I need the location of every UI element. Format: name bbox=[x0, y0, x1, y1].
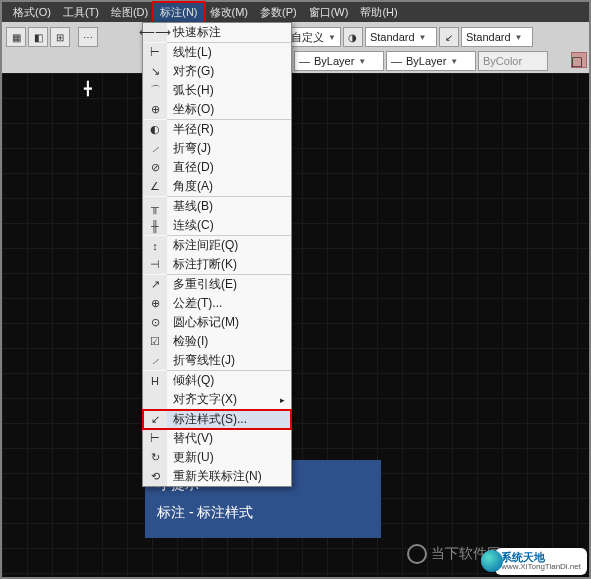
menu-item-icon: ╫ bbox=[143, 216, 167, 235]
menu-item-label: 标注打断(K) bbox=[167, 256, 291, 273]
menu-item-icon: ☑ bbox=[143, 332, 167, 351]
menu-item-label: 线性(L) bbox=[167, 44, 291, 61]
menu-item-label: 对齐文字(X) bbox=[167, 391, 280, 408]
menu-tools[interactable]: 工具(T) bbox=[57, 3, 105, 22]
toolbar-row-2: — ByLayer▼ — ByLayer▼ ByColor bbox=[6, 50, 585, 72]
menu-item-icon: ↙ bbox=[143, 410, 167, 429]
tb-btn-4[interactable]: ⋯ bbox=[78, 27, 98, 47]
menu-item-icon bbox=[143, 390, 167, 409]
tooltip-text: 标注 - 标注样式 bbox=[157, 498, 369, 526]
menu-item-13[interactable]: ╫连续(C) bbox=[143, 216, 291, 235]
menu-item-label: 基线(B) bbox=[167, 198, 291, 215]
menu-item-label: 快速标注 bbox=[167, 24, 291, 41]
menu-item-16[interactable]: ⊣标注打断(K) bbox=[143, 255, 291, 274]
tb-btn-2[interactable]: ◧ bbox=[28, 27, 48, 47]
watermark-xitongtiandi: 系统天地 www.XiTongTianDi.net bbox=[495, 548, 587, 575]
menu-item-icon: ╥ bbox=[143, 197, 167, 216]
menu-item-label: 折弯线性(J) bbox=[167, 352, 291, 369]
tb-btn-8[interactable]: ↙ bbox=[439, 27, 459, 47]
menu-item-icon: ↗ bbox=[143, 275, 167, 294]
bylayer-dropdown-2[interactable]: — ByLayer▼ bbox=[386, 51, 476, 71]
menu-item-label: 角度(A) bbox=[167, 178, 291, 195]
menu-item-label: 连续(C) bbox=[167, 217, 291, 234]
menu-item-label: 圆心标记(M) bbox=[167, 314, 291, 331]
tb-btn-3[interactable]: ⊞ bbox=[50, 27, 70, 47]
menu-item-7[interactable]: ◐半径(R) bbox=[143, 120, 291, 139]
menu-dimension[interactable]: 标注(N) bbox=[154, 3, 203, 22]
menu-item-22[interactable]: ⟋折弯线性(J) bbox=[143, 351, 291, 370]
menu-item-icon: ⟋ bbox=[143, 351, 167, 370]
tb-btn-7[interactable]: ◑ bbox=[343, 27, 363, 47]
menu-item-2[interactable]: ⊢线性(L) bbox=[143, 43, 291, 62]
menu-item-label: 弧长(H) bbox=[167, 82, 291, 99]
menu-item-3[interactable]: ↘对齐(G) bbox=[143, 62, 291, 81]
menu-item-4[interactable]: ⌒弧长(H) bbox=[143, 81, 291, 100]
menu-item-19[interactable]: ⊕公差(T)... bbox=[143, 294, 291, 313]
menu-item-icon: H bbox=[143, 371, 167, 390]
menu-item-icon: ⊢ bbox=[143, 43, 167, 62]
menu-item-label: 多重引线(E) bbox=[167, 276, 291, 293]
menu-item-29[interactable]: ↻更新(U) bbox=[143, 448, 291, 467]
menu-item-30[interactable]: ⟲重新关联标注(N) bbox=[143, 467, 291, 486]
menu-format[interactable]: 格式(O) bbox=[7, 3, 57, 22]
standard-dropdown-1[interactable]: Standard▼ bbox=[365, 27, 437, 47]
menu-item-label: 坐标(O) bbox=[167, 101, 291, 118]
menu-item-icon: ⊘ bbox=[143, 158, 167, 177]
menu-item-label: 倾斜(Q) bbox=[167, 372, 291, 389]
menu-item-label: 重新关联标注(N) bbox=[167, 468, 291, 485]
standard-dropdown-2[interactable]: Standard▼ bbox=[461, 27, 533, 47]
globe-icon bbox=[481, 550, 503, 572]
menu-item-icon: ⟋ bbox=[143, 139, 167, 158]
menu-item-icon: ⊢ bbox=[143, 429, 167, 448]
menu-item-label: 更新(U) bbox=[167, 449, 291, 466]
menu-item-24[interactable]: H倾斜(Q) bbox=[143, 371, 291, 390]
menu-item-icon: ↘ bbox=[143, 62, 167, 81]
bylayer-dropdown-1[interactable]: — ByLayer▼ bbox=[294, 51, 384, 71]
menu-item-9[interactable]: ⊘直径(D) bbox=[143, 158, 291, 177]
crosshair-cursor: ╋ bbox=[84, 81, 92, 96]
menu-item-25[interactable]: 对齐文字(X)▸ bbox=[143, 390, 291, 409]
tb-btn-1[interactable]: ▦ bbox=[6, 27, 26, 47]
menu-item-label: 替代(V) bbox=[167, 430, 291, 447]
custom-dropdown[interactable]: 自定义▼ bbox=[286, 27, 341, 47]
menu-parametric[interactable]: 参数(P) bbox=[254, 3, 303, 22]
menu-item-icon: ⊕ bbox=[143, 294, 167, 313]
menu-item-label: 对齐(G) bbox=[167, 63, 291, 80]
menu-item-21[interactable]: ☑检验(I) bbox=[143, 332, 291, 351]
toolbar-row-1: ▦ ◧ ⊞ ⋯ ▤ ▥ 自定义▼ ◑ Standard▼ ↙ Standard▼ bbox=[6, 26, 585, 48]
menu-item-label: 公差(T)... bbox=[167, 295, 291, 312]
menu-item-label: 半径(R) bbox=[167, 121, 291, 138]
menu-item-label: 直径(D) bbox=[167, 159, 291, 176]
menu-item-15[interactable]: ↕标注间距(Q) bbox=[143, 236, 291, 255]
menu-item-12[interactable]: ╥基线(B) bbox=[143, 197, 291, 216]
menu-item-5[interactable]: ⊕坐标(O) bbox=[143, 100, 291, 119]
menu-item-icon: ↕ bbox=[143, 236, 167, 255]
menu-item-27[interactable]: ↙标注样式(S)... bbox=[143, 410, 291, 429]
menu-help[interactable]: 帮助(H) bbox=[354, 3, 403, 22]
menu-item-icon: ⊕ bbox=[143, 100, 167, 119]
dimension-dropdown-menu: ⟵⟶快速标注⊢线性(L)↘对齐(G)⌒弧长(H)⊕坐标(O)◐半径(R)⟋折弯(… bbox=[142, 22, 292, 487]
menu-item-icon: ⌒ bbox=[143, 81, 167, 100]
menu-item-18[interactable]: ↗多重引线(E) bbox=[143, 275, 291, 294]
menu-item-8[interactable]: ⟋折弯(J) bbox=[143, 139, 291, 158]
menu-modify[interactable]: 修改(M) bbox=[204, 3, 255, 22]
watermark-logo-icon bbox=[407, 544, 427, 564]
menu-window[interactable]: 窗口(W) bbox=[303, 3, 355, 22]
menu-item-icon: ⟵⟶ bbox=[143, 23, 167, 42]
menu-item-icon: ⊣ bbox=[143, 255, 167, 274]
menu-item-label: 检验(I) bbox=[167, 333, 291, 350]
menu-item-28[interactable]: ⊢替代(V) bbox=[143, 429, 291, 448]
menu-item-10[interactable]: ∠角度(A) bbox=[143, 177, 291, 196]
menu-item-icon: ⊙ bbox=[143, 313, 167, 332]
menubar: 格式(O) 工具(T) 绘图(D) 标注(N) 修改(M) 参数(P) 窗口(W… bbox=[2, 2, 589, 22]
menu-item-label: 标注样式(S)... bbox=[167, 411, 291, 428]
menu-item-icon: ∠ bbox=[143, 177, 167, 196]
tb-right-button[interactable]: □ bbox=[571, 52, 587, 68]
menu-item-label: 标注间距(Q) bbox=[167, 237, 291, 254]
menu-item-0[interactable]: ⟵⟶快速标注 bbox=[143, 23, 291, 42]
submenu-arrow-icon: ▸ bbox=[280, 395, 291, 405]
menu-draw[interactable]: 绘图(D) bbox=[105, 3, 154, 22]
menu-item-20[interactable]: ⊙圆心标记(M) bbox=[143, 313, 291, 332]
bycolor-dropdown[interactable]: ByColor bbox=[478, 51, 548, 71]
menu-item-icon: ◐ bbox=[143, 120, 167, 139]
